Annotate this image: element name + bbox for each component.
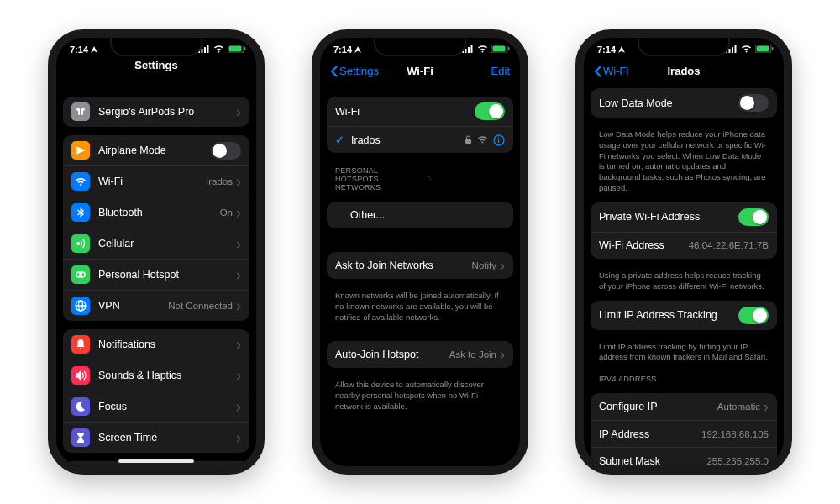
speaker-icon: [71, 366, 90, 385]
checkmark-icon: ✓: [335, 134, 344, 146]
wifi-strength-icon: [477, 136, 488, 144]
settings-content[interactable]: Sergio's AirPods Pro › Airplane Mode Wi-…: [56, 88, 256, 466]
row-wifi-toggle[interactable]: Wi-Fi: [327, 97, 513, 126]
chevron-icon: ›: [236, 267, 241, 282]
row-focus[interactable]: Focus ›: [63, 391, 249, 422]
svg-rect-34: [729, 49, 731, 53]
home-indicator[interactable]: [118, 459, 194, 463]
configure-ip-label: Configure IP: [599, 401, 717, 412]
wifi-label: Wi-Fi: [98, 176, 206, 187]
status-time: 7:14: [597, 45, 616, 55]
back-button[interactable]: Settings: [330, 65, 379, 77]
phone-network-detail: 7:14 Wi-Fi Irados Low Data Mode Low: [575, 29, 792, 475]
configure-ip-value: Automatic: [717, 402, 760, 412]
private-addr-label: Private Wi-Fi Address: [599, 211, 738, 223]
location-icon: [354, 46, 361, 53]
row-screen-time[interactable]: Screen Time ›: [63, 422, 249, 453]
back-label: Wi-Fi: [603, 65, 628, 77]
vpn-label: VPN: [98, 300, 168, 312]
private-footer: Using a private address helps reduce tra…: [584, 267, 784, 294]
airplane-label: Airplane Mode: [98, 144, 211, 156]
detail-content[interactable]: Low Data Mode Low Data Mode helps reduce…: [584, 85, 784, 466]
low-data-toggle[interactable]: [738, 94, 769, 112]
svg-point-29: [429, 177, 430, 178]
sounds-label: Sounds & Haptics: [98, 370, 236, 381]
notch: [638, 38, 730, 56]
chevron-left-icon: [594, 66, 601, 77]
row-vpn[interactable]: VPN Not Connected ›: [63, 290, 249, 321]
chevron-icon: ›: [764, 399, 769, 414]
row-other-network[interactable]: Other...: [327, 202, 513, 228]
wifi-value: Irados: [206, 176, 233, 186]
svg-rect-21: [471, 45, 473, 53]
svg-text:i: i: [497, 136, 500, 144]
limit-ip-toggle[interactable]: [738, 307, 769, 324]
row-auto-join-hotspot[interactable]: Auto-Join Hotspot Ask to Join ›: [327, 341, 513, 368]
row-private-address[interactable]: Private Wi-Fi Address: [591, 202, 777, 232]
svg-point-7: [76, 242, 80, 245]
moon-icon: [71, 397, 90, 416]
notifications-label: Notifications: [98, 339, 236, 350]
subnet-value: 255.255.255.0: [706, 456, 769, 466]
row-low-data-mode[interactable]: Low Data Mode: [591, 88, 777, 118]
wifi-content[interactable]: Wi-Fi ✓ Irados i Personal Hotspots Netwo…: [320, 88, 520, 466]
row-airplane-mode[interactable]: Airplane Mode: [63, 135, 249, 165]
auto-join-footer: Allow this device to automatically disco…: [320, 376, 520, 413]
bluetooth-label: Bluetooth: [98, 207, 220, 218]
edit-button[interactable]: Edit: [491, 65, 510, 77]
limit-ip-label: Limit IP Address Tracking: [599, 309, 738, 321]
phone-wifi: 7:14 Settings Wi-Fi Edit Wi-Fi: [312, 29, 528, 475]
spinner-icon: [426, 175, 431, 183]
screentime-label: Screen Time: [98, 432, 236, 444]
ip-value: 192.168.68.105: [701, 429, 769, 439]
airpods-icon: [71, 102, 90, 121]
svg-rect-3: [207, 45, 209, 53]
lock-icon: [465, 135, 472, 144]
bluetooth-icon: [71, 203, 90, 222]
svg-rect-35: [732, 47, 733, 53]
hotspot-label: Personal Hotspot: [98, 269, 236, 281]
row-bluetooth[interactable]: Bluetooth On ›: [63, 197, 249, 228]
svg-rect-20: [468, 47, 470, 53]
svg-point-9: [80, 272, 85, 277]
chevron-icon: ›: [236, 399, 241, 414]
subnet-label: Subnet Mask: [599, 455, 706, 466]
wifi-addr-label: Wi-Fi Address: [599, 239, 689, 251]
row-connected-network[interactable]: ✓ Irados i: [327, 126, 513, 153]
airplane-toggle[interactable]: [211, 142, 241, 160]
row-airpods[interactable]: Sergio's AirPods Pro ›: [63, 97, 249, 127]
svg-point-30: [430, 179, 431, 180]
vpn-value: Not Connected: [168, 301, 233, 311]
row-cellular[interactable]: Cellular ›: [63, 228, 249, 259]
wifi-icon: [741, 45, 752, 53]
row-sounds[interactable]: Sounds & Haptics ›: [63, 360, 249, 391]
back-label: Settings: [339, 65, 379, 77]
row-configure-ip[interactable]: Configure IP Automatic ›: [591, 393, 777, 420]
status-time: 7:14: [333, 45, 352, 55]
private-addr-toggle[interactable]: [738, 208, 769, 226]
row-wifi[interactable]: Wi-Fi Irados ›: [63, 165, 249, 197]
chevron-icon: ›: [500, 347, 505, 362]
info-icon[interactable]: i: [493, 134, 505, 146]
vpn-icon: [71, 297, 90, 315]
wifi-toggle[interactable]: [475, 102, 505, 120]
location-icon: [91, 46, 97, 53]
row-limit-ip-tracking[interactable]: Limit IP Address Tracking: [591, 301, 777, 330]
svg-point-28: [428, 176, 428, 177]
back-button[interactable]: Wi-Fi: [594, 65, 628, 77]
wifi-icon: [71, 172, 90, 191]
notch: [374, 38, 466, 56]
svg-rect-6: [244, 47, 246, 50]
row-notifications[interactable]: Notifications ›: [63, 329, 249, 360]
battery-icon: [491, 45, 510, 53]
row-hotspot[interactable]: Personal Hotspot ›: [63, 259, 249, 290]
auto-join-label: Auto-Join Hotspot: [335, 349, 449, 360]
low-data-label: Low Data Mode: [599, 97, 738, 109]
screen: 7:14 Wi-Fi Irados Low Data Mode Low: [584, 38, 784, 466]
svg-point-32: [428, 181, 429, 181]
svg-point-31: [429, 180, 430, 181]
row-ask-to-join[interactable]: Ask to Join Networks Notify ›: [327, 252, 513, 279]
auto-join-value: Ask to Join: [449, 349, 496, 360]
ipv4-header: IPV4 Address: [584, 370, 784, 385]
hotspot-header: Personal Hotspots Networks: [320, 161, 446, 193]
